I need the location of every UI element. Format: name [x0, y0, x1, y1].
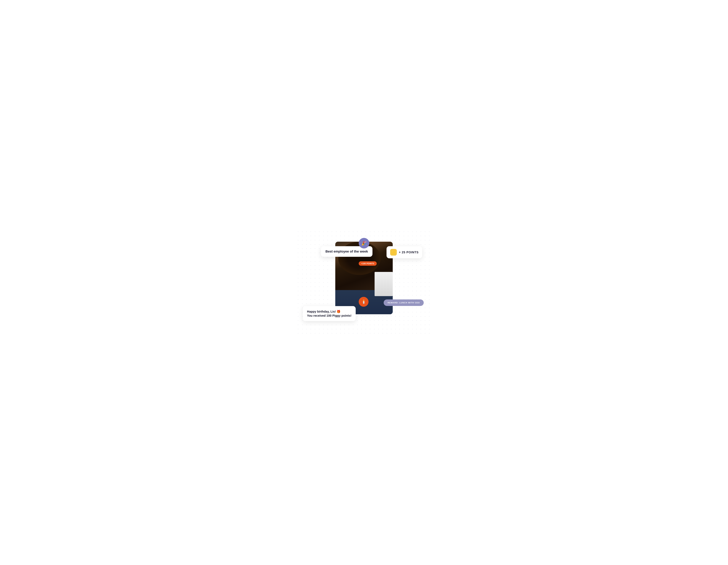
employee-card-text: Best employee of the week — [325, 249, 368, 253]
main-scene: 🎉 Best employee of the week +100 POINTS … — [296, 229, 432, 336]
office-background — [375, 272, 393, 296]
birthday-card: Happy birthday, Lis! 🎁 You received 100 … — [303, 306, 356, 321]
party-icon-bubble: 🎉 — [359, 238, 369, 248]
lightning-icon: ⚡ — [391, 250, 395, 254]
party-icon: 🎉 — [361, 241, 367, 246]
cake-icon: 🕯️ — [361, 300, 366, 304]
cake-icon-bubble: 🕯️ — [359, 297, 369, 307]
points-card-25: ⚡ + 25 POINTS — [387, 246, 422, 258]
lightning-badge: ⚡ — [390, 249, 397, 255]
reward-pill: REWARD: LUNCH WITH CEO — [384, 300, 424, 306]
points-card-text: + 25 POINTS — [399, 250, 419, 254]
birthday-line-2: You received 100 Piggy points! — [307, 314, 351, 318]
birthday-line-1: Happy birthday, Lis! 🎁 — [307, 310, 351, 313]
points-badge-100: +100 POINTS — [359, 261, 377, 266]
